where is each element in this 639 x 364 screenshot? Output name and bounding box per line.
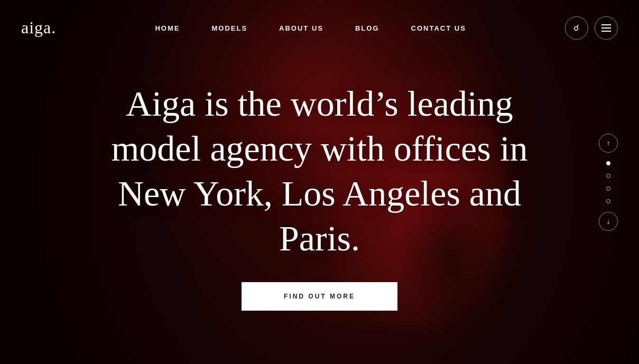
nav-link-contact[interactable]: CONTACT US (411, 24, 466, 32)
nav-item-models[interactable]: MODELS (211, 23, 247, 33)
arrow-up-icon: ↑ (607, 139, 610, 147)
nav-item-home[interactable]: HOME (155, 23, 180, 33)
scroll-up-button[interactable]: ↑ (599, 134, 618, 153)
slide-dot-3[interactable] (606, 186, 610, 191)
nav-link-blog[interactable]: BLOG (355, 24, 379, 32)
find-out-more-button[interactable]: FIND OUT MORE (242, 282, 397, 311)
hero-content: Aiga is the world’s leading model agency… (82, 81, 558, 311)
nav-link-home[interactable]: HOME (155, 24, 180, 32)
nav-links: HOME MODELS ABOUT US BLOG CONTACT US (155, 23, 466, 33)
menu-button[interactable] (595, 16, 618, 40)
slide-dot-2[interactable] (606, 174, 610, 178)
search-icon: ☌ (573, 23, 579, 33)
slide-dot-1[interactable] (606, 161, 610, 165)
nav-link-models[interactable]: MODELS (211, 24, 247, 32)
nav-item-blog[interactable]: BLOG (355, 23, 379, 33)
nav-item-about[interactable]: ABOUT US (279, 23, 323, 33)
hamburger-icon (601, 24, 611, 32)
scroll-down-button[interactable]: ↓ (599, 212, 618, 231)
navbar: aiga. HOME MODELS ABOUT US BLOG CONTACT … (0, 0, 639, 55)
logo[interactable]: aiga. (21, 18, 56, 38)
hero-title: Aiga is the world’s leading model agency… (82, 81, 558, 261)
side-navigation: ↑ ↓ (599, 134, 618, 231)
nav-item-contact[interactable]: CONTACT US (411, 23, 466, 33)
slide-dot-4[interactable] (606, 199, 610, 203)
nav-actions: ☌ (565, 16, 618, 40)
hero-section: aiga. HOME MODELS ABOUT US BLOG CONTACT … (0, 0, 639, 364)
arrow-down-icon: ↓ (607, 217, 610, 226)
nav-link-about[interactable]: ABOUT US (279, 24, 323, 32)
search-button[interactable]: ☌ (565, 16, 588, 40)
